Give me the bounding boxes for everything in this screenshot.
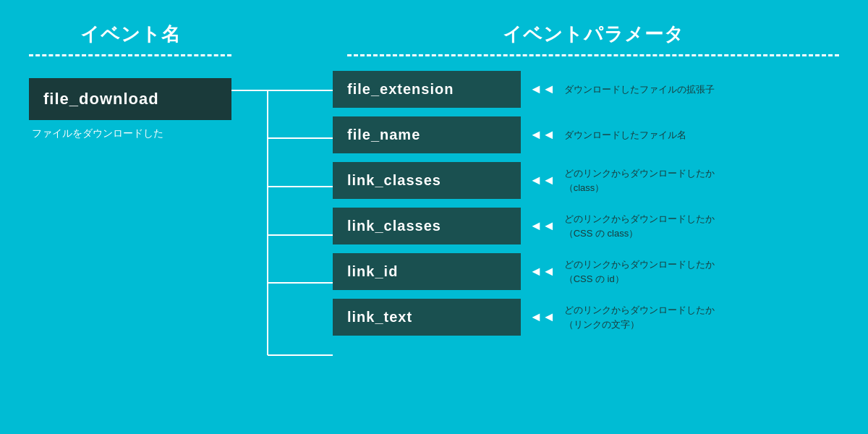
param-row-3: link_classes ◄◄ どのリンクからダウンロードしたか（CSS の c… (333, 208, 839, 244)
param-box-3: link_classes (333, 208, 521, 244)
connector-svg-wrapper (231, 71, 333, 407)
param-box-4: link_id (333, 253, 521, 290)
param-box-1: file_name (333, 116, 521, 153)
param-box-2: link_classes (333, 162, 521, 199)
param-desc-0: ダウンロードしたファイルの拡張子 (564, 82, 715, 97)
param-desc-2: どのリンクからダウンロードしたか（class） (564, 166, 715, 195)
divider-row (29, 54, 839, 56)
arrow-icon-3: ◄◄ (529, 218, 556, 234)
connector-svg (231, 71, 333, 404)
arrow-icon-5: ◄◄ (529, 310, 556, 325)
params-area: file_extension ◄◄ ダウンロードしたファイルの拡張子 file_… (333, 71, 839, 344)
event-name-box: file_download (29, 78, 231, 120)
param-box-0: file_extension (333, 71, 521, 108)
arrow-icon-0: ◄◄ (529, 82, 556, 97)
param-row-0: file_extension ◄◄ ダウンロードしたファイルの拡張子 (333, 71, 839, 108)
param-box-5: link_text (333, 299, 521, 336)
divider-left (29, 54, 231, 56)
arrow-icon-4: ◄◄ (529, 264, 556, 279)
arrow-icon-1: ◄◄ (529, 127, 556, 142)
arrow-icon-2: ◄◄ (529, 173, 556, 188)
param-desc-1: ダウンロードしたファイル名 (564, 128, 686, 142)
main-content: file_download ファイルをダウンロードした (29, 71, 839, 407)
param-desc-3: どのリンクからダウンロードしたか（CSS の class） (564, 212, 715, 240)
param-row-2: link_classes ◄◄ どのリンクからダウンロードしたか（class） (333, 162, 839, 199)
page-container: イベント名 イベントパラメータ file_download ファイルをダウンロー… (0, 0, 868, 434)
param-row-5: link_text ◄◄ どのリンクからダウンロードしたか（リンクの文字） (333, 299, 839, 336)
header-event-params: イベントパラメータ (347, 22, 839, 47)
param-desc-4: どのリンクからダウンロードしたか（CSS の id） (564, 258, 715, 286)
divider-right (347, 54, 839, 56)
param-row-4: link_id ◄◄ どのリンクからダウンロードしたか（CSS の id） (333, 253, 839, 290)
param-row-1: file_name ◄◄ ダウンロードしたファイル名 (333, 116, 839, 153)
header-event-name: イベント名 (29, 22, 231, 47)
event-box-wrapper: file_download ファイルをダウンロードした (29, 71, 231, 140)
param-desc-5: どのリンクからダウンロードしたか（リンクの文字） (564, 303, 715, 331)
headers-row: イベント名 イベントパラメータ (29, 22, 839, 47)
event-description: ファイルをダウンロードした (29, 127, 163, 140)
